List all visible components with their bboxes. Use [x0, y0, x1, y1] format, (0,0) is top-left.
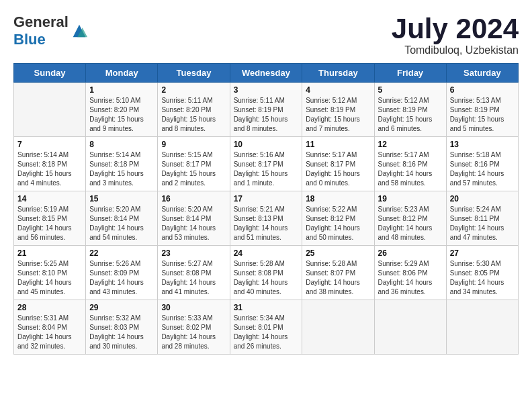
day-number: 27: [450, 248, 515, 258]
calendar-cell: [374, 300, 446, 355]
calendar-cell: 9Sunrise: 5:15 AM Sunset: 8:17 PM Daylig…: [158, 137, 230, 191]
week-row-4: 21Sunrise: 5:25 AM Sunset: 8:10 PM Dayli…: [14, 246, 519, 300]
day-number: 23: [161, 248, 226, 258]
day-number: 5: [378, 85, 443, 95]
calendar-cell: [302, 300, 374, 355]
day-content: Sunrise: 5:14 AM Sunset: 8:18 PM Dayligh…: [89, 150, 154, 188]
week-row-2: 7Sunrise: 5:14 AM Sunset: 8:18 PM Daylig…: [14, 137, 519, 191]
calendar-cell: 8Sunrise: 5:14 AM Sunset: 8:18 PM Daylig…: [86, 137, 158, 191]
day-number: 20: [450, 194, 515, 203]
day-content: Sunrise: 5:13 AM Sunset: 8:19 PM Dayligh…: [450, 96, 515, 134]
day-number: 19: [378, 194, 443, 203]
day-content: Sunrise: 5:14 AM Sunset: 8:18 PM Dayligh…: [17, 150, 82, 188]
day-content: Sunrise: 5:11 AM Sunset: 8:20 PM Dayligh…: [161, 96, 226, 134]
calendar-header: SundayMondayTuesdayWednesdayThursdayFrid…: [14, 64, 519, 83]
day-number: 12: [378, 140, 443, 149]
day-content: Sunrise: 5:33 AM Sunset: 8:02 PM Dayligh…: [161, 314, 226, 351]
calendar-cell: 17Sunrise: 5:21 AM Sunset: 8:13 PM Dayli…: [230, 191, 302, 246]
day-number: 7: [17, 140, 82, 149]
day-number: 14: [17, 194, 82, 203]
calendar-cell: 14Sunrise: 5:19 AM Sunset: 8:15 PM Dayli…: [14, 191, 86, 246]
day-content: Sunrise: 5:12 AM Sunset: 8:19 PM Dayligh…: [306, 96, 370, 134]
day-content: Sunrise: 5:18 AM Sunset: 8:16 PM Dayligh…: [450, 150, 515, 188]
day-number: 30: [161, 303, 226, 312]
calendar-cell: 6Sunrise: 5:13 AM Sunset: 8:19 PM Daylig…: [446, 83, 518, 137]
calendar-cell: 26Sunrise: 5:29 AM Sunset: 8:06 PM Dayli…: [374, 246, 446, 300]
header-row: SundayMondayTuesdayWednesdayThursdayFrid…: [14, 64, 519, 83]
day-number: 25: [306, 248, 370, 258]
calendar-cell: 2Sunrise: 5:11 AM Sunset: 8:20 PM Daylig…: [158, 83, 230, 137]
day-content: Sunrise: 5:34 AM Sunset: 8:01 PM Dayligh…: [234, 314, 299, 351]
header-tuesday: Tuesday: [158, 64, 230, 83]
day-content: Sunrise: 5:25 AM Sunset: 8:10 PM Dayligh…: [17, 259, 82, 297]
calendar-cell: [14, 83, 86, 137]
day-content: Sunrise: 5:10 AM Sunset: 8:20 PM Dayligh…: [89, 96, 154, 134]
header-sunday: Sunday: [14, 64, 86, 83]
calendar-cell: 21Sunrise: 5:25 AM Sunset: 8:10 PM Dayli…: [14, 246, 86, 300]
day-number: 17: [234, 194, 299, 203]
calendar-table: SundayMondayTuesdayWednesdayThursdayFrid…: [13, 63, 519, 355]
calendar-cell: 20Sunrise: 5:24 AM Sunset: 8:11 PM Dayli…: [446, 191, 518, 246]
day-number: 22: [89, 248, 154, 258]
calendar-cell: 25Sunrise: 5:28 AM Sunset: 8:07 PM Dayli…: [302, 246, 374, 300]
header-thursday: Thursday: [302, 64, 374, 83]
logo-blue: Blue: [13, 31, 46, 48]
title-block: July 2024 Tomdibuloq, Uzbekistan: [392, 13, 519, 56]
day-number: 13: [450, 140, 515, 149]
day-content: Sunrise: 5:31 AM Sunset: 8:04 PM Dayligh…: [17, 314, 82, 351]
day-number: 21: [17, 248, 82, 258]
day-number: 8: [89, 140, 154, 149]
day-content: Sunrise: 5:22 AM Sunset: 8:12 PM Dayligh…: [306, 205, 370, 242]
day-content: Sunrise: 5:16 AM Sunset: 8:17 PM Dayligh…: [234, 150, 299, 188]
day-content: Sunrise: 5:21 AM Sunset: 8:13 PM Dayligh…: [234, 205, 299, 242]
day-number: 26: [378, 248, 443, 258]
day-number: 24: [234, 248, 299, 258]
day-content: Sunrise: 5:17 AM Sunset: 8:17 PM Dayligh…: [306, 150, 370, 188]
day-content: Sunrise: 5:20 AM Sunset: 8:14 PM Dayligh…: [89, 205, 154, 242]
day-content: Sunrise: 5:24 AM Sunset: 8:11 PM Dayligh…: [450, 205, 515, 242]
calendar-cell: 5Sunrise: 5:12 AM Sunset: 8:19 PM Daylig…: [374, 83, 446, 137]
calendar-cell: 12Sunrise: 5:17 AM Sunset: 8:16 PM Dayli…: [374, 137, 446, 191]
calendar-cell: 31Sunrise: 5:34 AM Sunset: 8:01 PM Dayli…: [230, 300, 302, 355]
calendar-cell: 13Sunrise: 5:18 AM Sunset: 8:16 PM Dayli…: [446, 137, 518, 191]
location: Tomdibuloq, Uzbekistan: [392, 44, 519, 56]
calendar-cell: 30Sunrise: 5:33 AM Sunset: 8:02 PM Dayli…: [158, 300, 230, 355]
calendar-cell: 3Sunrise: 5:11 AM Sunset: 8:19 PM Daylig…: [230, 83, 302, 137]
calendar-cell: 23Sunrise: 5:27 AM Sunset: 8:08 PM Dayli…: [158, 246, 230, 300]
page-header: General Blue July 2024 Tomdibuloq, Uzbek…: [13, 13, 519, 56]
calendar-cell: 11Sunrise: 5:17 AM Sunset: 8:17 PM Dayli…: [302, 137, 374, 191]
day-content: Sunrise: 5:12 AM Sunset: 8:19 PM Dayligh…: [378, 96, 443, 134]
calendar-cell: 7Sunrise: 5:14 AM Sunset: 8:18 PM Daylig…: [14, 137, 86, 191]
calendar-cell: 27Sunrise: 5:30 AM Sunset: 8:05 PM Dayli…: [446, 246, 518, 300]
day-content: Sunrise: 5:20 AM Sunset: 8:14 PM Dayligh…: [161, 205, 226, 242]
calendar-cell: 24Sunrise: 5:28 AM Sunset: 8:08 PM Dayli…: [230, 246, 302, 300]
day-number: 29: [89, 303, 154, 312]
day-number: 9: [161, 140, 226, 149]
day-content: Sunrise: 5:32 AM Sunset: 8:03 PM Dayligh…: [89, 314, 154, 351]
logo: General Blue: [13, 13, 89, 48]
calendar-cell: [446, 300, 518, 355]
week-row-3: 14Sunrise: 5:19 AM Sunset: 8:15 PM Dayli…: [14, 191, 519, 246]
week-row-1: 1Sunrise: 5:10 AM Sunset: 8:20 PM Daylig…: [14, 83, 519, 137]
day-content: Sunrise: 5:11 AM Sunset: 8:19 PM Dayligh…: [234, 96, 299, 134]
month-title: July 2024: [392, 13, 519, 44]
calendar-cell: 18Sunrise: 5:22 AM Sunset: 8:12 PM Dayli…: [302, 191, 374, 246]
logo-icon: [70, 21, 89, 40]
day-content: Sunrise: 5:19 AM Sunset: 8:15 PM Dayligh…: [17, 205, 82, 242]
calendar-cell: 28Sunrise: 5:31 AM Sunset: 8:04 PM Dayli…: [14, 300, 86, 355]
header-monday: Monday: [86, 64, 158, 83]
calendar-cell: 16Sunrise: 5:20 AM Sunset: 8:14 PM Dayli…: [158, 191, 230, 246]
calendar-cell: 10Sunrise: 5:16 AM Sunset: 8:17 PM Dayli…: [230, 137, 302, 191]
calendar-body: 1Sunrise: 5:10 AM Sunset: 8:20 PM Daylig…: [14, 83, 519, 355]
day-number: 4: [306, 85, 370, 95]
day-content: Sunrise: 5:28 AM Sunset: 8:07 PM Dayligh…: [306, 259, 370, 297]
day-number: 11: [306, 140, 370, 149]
day-number: 28: [17, 303, 82, 312]
calendar-cell: 15Sunrise: 5:20 AM Sunset: 8:14 PM Dayli…: [86, 191, 158, 246]
day-number: 31: [234, 303, 299, 312]
day-number: 18: [306, 194, 370, 203]
calendar-cell: 22Sunrise: 5:26 AM Sunset: 8:09 PM Dayli…: [86, 246, 158, 300]
day-number: 16: [161, 194, 226, 203]
day-content: Sunrise: 5:17 AM Sunset: 8:16 PM Dayligh…: [378, 150, 443, 188]
calendar-cell: 29Sunrise: 5:32 AM Sunset: 8:03 PM Dayli…: [86, 300, 158, 355]
